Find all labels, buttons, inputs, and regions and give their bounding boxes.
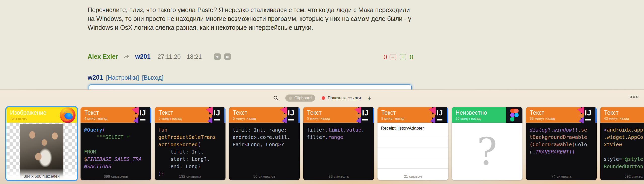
intellij-idea-icon: IJ	[358, 107, 374, 123]
vote-controls: 0 − + 0	[384, 53, 413, 61]
tab-clipboard[interactable]: Clipboard	[285, 95, 315, 102]
char-count: 692 символа	[600, 174, 644, 178]
clipboard-cards-row: Изображение только что	[6, 107, 644, 180]
unknown-content-preview: ?	[452, 123, 522, 180]
image-dimensions-label: 384 x 500 пикселей	[6, 174, 77, 179]
card-header: Текст 9 минут назад IJ	[377, 107, 448, 123]
char-count: 56 символов	[229, 174, 300, 178]
clipboard-card-text[interactable]: Текст 5 минут назад IJ limit: Int, range…	[229, 107, 300, 180]
quote-button[interactable]: «»	[224, 53, 231, 60]
clipboard-card-unknown[interactable]: Неизвестно 26 минут назад ?	[452, 107, 522, 180]
clip-code-preview: fun getProductSaleTrans actionsSorted( l…	[155, 123, 225, 180]
clipboard-tab-label: Clipboard	[294, 96, 312, 100]
comment-author-link[interactable]: Alex Exler	[88, 53, 118, 60]
search-button[interactable]	[273, 95, 279, 101]
question-mark-glyph: ?	[477, 130, 497, 173]
card-header: Текст 4 минут назад IJ	[81, 107, 151, 123]
clip-code-preview: dialog?.window!!.se tBackgroundDrawable …	[526, 123, 597, 180]
clipboard-card-text[interactable]: Текст 33 минут назад IJ dialog?.window!!…	[526, 107, 597, 180]
char-count: 74 символа	[526, 174, 597, 178]
char-count: 21 символ	[377, 174, 448, 178]
firefox-icon	[59, 107, 76, 124]
user-bar: w201 [Настройки] [Выход]	[88, 74, 163, 81]
intellij-idea-icon: IJ	[284, 107, 300, 123]
card-header: Изображение только что	[6, 107, 77, 123]
card-header: Текст 33 минут назад IJ	[526, 107, 597, 123]
card-header: Неизвестно 26 минут назад	[452, 107, 522, 123]
intellij-idea-icon: IJ	[209, 107, 225, 123]
useful-links-label: Полезные ссылки	[328, 96, 361, 100]
clipboard-card-text[interactable]: Текст 5 минут назад IJ fun getProductSal…	[155, 107, 225, 180]
card-title: Текст	[604, 109, 644, 116]
clip-text: ReceiptHistoryAdapter	[381, 126, 445, 131]
paste-toolbar: Clipboard Полезные ссылки +	[0, 94, 644, 102]
char-count: 399 символов	[81, 174, 151, 178]
clipboard-card-text[interactable]: Текст 5 минут назад IJ filter.limit.valu…	[303, 107, 374, 180]
card-header: Текст 5 минут назад IJ	[229, 107, 300, 123]
forum-page: Перечислите, плиз, что такого умела Past…	[0, 0, 644, 90]
overflow-menu-button[interactable]	[630, 96, 638, 98]
comment-text: Перечислите, плиз, что такого умела Past…	[88, 6, 416, 32]
intellij-idea-icon: IJ	[432, 107, 448, 123]
current-username: w201	[88, 74, 103, 81]
clip-code-preview: limit: Int, range: androidx.core.util. P…	[229, 123, 300, 180]
logout-link[interactable]: [Выход]	[142, 74, 163, 81]
figma-icon	[506, 107, 522, 123]
char-count: 132 символа	[155, 174, 225, 178]
comment-time: 18:21	[187, 53, 202, 60]
downvote-button[interactable]: −	[390, 54, 396, 60]
reply-arrow-icon	[215, 55, 219, 58]
clip-code-preview: @Query( """SELECT * FROM $FIREBASE_SALES…	[81, 123, 151, 180]
useful-links-dot	[322, 96, 325, 100]
clip-text-preview: ReceiptHistoryAdapter	[377, 123, 448, 180]
comment-date: 27.11.20	[158, 53, 181, 60]
overflow-dot	[636, 96, 638, 98]
downvote-count: 0	[384, 53, 387, 61]
clipboard-card-text[interactable]: Текст 43 минут назад IJ <androidx.app .w…	[600, 107, 644, 180]
overflow-dot	[630, 96, 632, 98]
clipboard-card-text[interactable]: Текст 9 минут назад IJ ReceiptHistoryAda…	[377, 107, 448, 180]
tab-useful-links[interactable]: Полезные ссылки	[322, 96, 361, 100]
card-header: Текст 43 минут назад IJ	[600, 107, 644, 123]
overflow-dot	[633, 96, 635, 98]
paste-clipboard-overlay: Clipboard Полезные ссылки + Изображение …	[0, 89, 644, 184]
clipboard-card-text[interactable]: Текст 4 минут назад IJ @Query( """SELECT…	[81, 107, 151, 180]
clip-code-preview: <androidx.app .widget.AppCo xtView style…	[600, 123, 644, 180]
add-list-button[interactable]: +	[367, 95, 371, 101]
settings-link[interactable]: [Настройки]	[106, 74, 139, 81]
card-header: Текст 5 минут назад IJ	[303, 107, 374, 123]
comment-meta-row: Alex Exler w201 27.11.20 18:21 «»	[88, 53, 231, 60]
card-header: Текст 5 минут назад IJ	[155, 107, 225, 123]
clip-code-preview: filter.limit.value, filter.range	[303, 123, 374, 180]
card-timestamp: 43 минут назад	[604, 116, 644, 120]
clipboard-card-image[interactable]: Изображение только что	[6, 107, 77, 180]
search-icon	[273, 96, 278, 101]
reply-button[interactable]	[214, 53, 221, 60]
upvote-button[interactable]: +	[400, 54, 406, 60]
intellij-idea-icon: IJ	[581, 107, 597, 123]
char-count: 33 символа	[303, 174, 374, 178]
image-preview-checkerboard: 384 x 500 пикселей	[6, 123, 77, 180]
reply-to-user-link[interactable]: w201	[135, 53, 150, 60]
clipboard-tab-dot	[289, 97, 292, 100]
reply-to-arrow-icon	[124, 54, 130, 59]
upvote-count: 0	[410, 53, 413, 61]
intellij-idea-icon: IJ	[135, 107, 151, 123]
quote-icon: «»	[226, 55, 230, 59]
